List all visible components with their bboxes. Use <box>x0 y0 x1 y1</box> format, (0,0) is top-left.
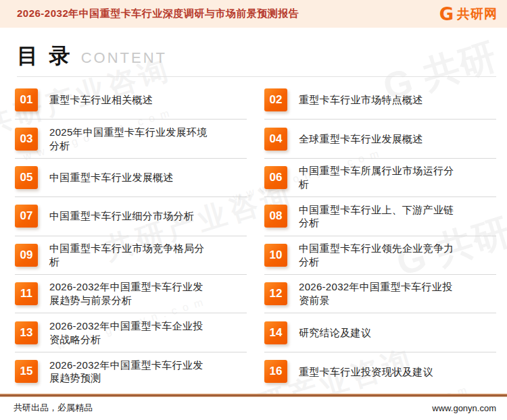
toc-item-number-badge: 01 <box>15 88 38 111</box>
brand-g-icon: G <box>439 5 454 23</box>
toc-item-number-badge: 16 <box>264 360 287 383</box>
toc-item-02: 02 重型卡车行业市场特点概述 <box>264 81 496 120</box>
toc-item-title: 2026-2032年中国重型卡车行业发 展趋势与前景分析 <box>49 280 203 307</box>
toc-item-title: 中国重型卡车行业上、下游产业链 分析 <box>299 203 454 230</box>
report-toc-page: 共研产业咨询 共研产业咨询 共研产业咨询 G 共研 G 共研 www.gonyn… <box>0 0 507 420</box>
toc-item-number-badge: 14 <box>264 321 287 344</box>
toc-title: 目 录 <box>17 42 73 70</box>
toc-item-title: 中国重型卡车行业细分市场分析 <box>49 209 194 223</box>
toc-item-title: 研究结论及建议 <box>299 326 371 340</box>
toc-item-16: 16 重型卡车行业投资现状及建议 <box>264 352 496 391</box>
toc-item-number-badge: 15 <box>15 360 38 383</box>
toc-grid: 01 重型卡车行业相关概述 02 重型卡车行业市场特点概述 03 2025年中国… <box>15 81 496 391</box>
brand-logo[interactable]: G 共研网 <box>439 5 498 23</box>
toc-item-number-badge: 11 <box>15 282 38 305</box>
toc-item-number-badge: 12 <box>264 282 287 305</box>
toc-item-title: 中国重型卡车所属行业市场运行分 析 <box>299 164 454 191</box>
toc-item-title: 2026-2032年中国重型卡车行业发 展趋势预测 <box>49 359 203 386</box>
toc-item-title: 重型卡车行业市场特点概述 <box>299 93 423 107</box>
toc-item-15: 15 2026-2032年中国重型卡车行业发 展趋势预测 <box>15 352 247 391</box>
toc-item-07: 07 中国重型卡车行业细分市场分析 <box>15 197 247 236</box>
toc-item-05: 05 中国重型卡车行业发展概述 <box>15 159 247 197</box>
toc-item-number-badge: 06 <box>264 166 287 189</box>
toc-item-title: 中国重型卡车行业市场竞争格局分 析 <box>49 242 205 269</box>
toc-item-number-badge: 13 <box>15 321 38 344</box>
toc-item-number-badge: 02 <box>264 88 287 111</box>
toc-item-title: 重型卡车行业相关概述 <box>49 93 153 107</box>
toc-item-06: 06 中国重型卡车所属行业市场运行分 析 <box>264 159 496 197</box>
toc-item-number-badge: 07 <box>15 205 38 228</box>
footer-slogan: 共研出品，必属精品 <box>14 402 93 414</box>
toc-item-11: 11 2026-2032年中国重型卡车行业发 展趋势与前景分析 <box>15 275 247 313</box>
toc-item-title: 中国重型卡车行业领先企业竞争力 分析 <box>299 242 454 269</box>
report-title: 2026-2032年中国重型卡车行业深度调研与市场前景预测报告 <box>17 7 299 20</box>
toc-item-number-badge: 05 <box>15 166 38 189</box>
toc-subtitle: CONTENT <box>81 49 167 67</box>
toc-item-title: 2026-2032年中国重型卡车企业投 资战略分析 <box>49 319 203 346</box>
page-footer: 共研出品，必属精品 www.gonyn.com <box>0 394 507 420</box>
toc-item-04: 04 全球重型卡车行业发展概述 <box>264 120 496 158</box>
toc-item-13: 13 2026-2032年中国重型卡车企业投 资战略分析 <box>15 313 247 352</box>
toc-item-08: 08 中国重型卡车行业上、下游产业链 分析 <box>264 197 496 236</box>
toc-item-number-badge: 03 <box>15 128 38 151</box>
toc-header: 目 录 CONTENT <box>17 42 490 70</box>
toc-item-14: 14 研究结论及建议 <box>264 313 496 352</box>
toc-item-09: 09 中国重型卡车行业市场竞争格局分 析 <box>15 236 247 275</box>
toc-item-number-badge: 10 <box>264 244 287 267</box>
toc-item-title: 重型卡车行业投资现状及建议 <box>299 365 433 379</box>
toc-item-title: 2026-2032年中国重型卡车行业投 资前景 <box>299 280 452 307</box>
footer-website-link[interactable]: www.gonyn.com <box>432 403 496 413</box>
heading-divider <box>17 76 496 77</box>
toc-item-title: 全球重型卡车行业发展概述 <box>299 132 423 146</box>
toc-item-01: 01 重型卡车行业相关概述 <box>15 81 247 120</box>
toc-item-number-badge: 04 <box>264 128 287 151</box>
toc-item-12: 12 2026-2032年中国重型卡车行业投 资前景 <box>264 275 496 313</box>
brand-logo-text: 共研网 <box>457 5 498 23</box>
toc-item-number-badge: 08 <box>264 205 287 228</box>
page-header: 2026-2032年中国重型卡车行业深度调研与市场前景预测报告 G 共研网 <box>0 0 507 28</box>
toc-item-title: 中国重型卡车行业发展概述 <box>49 171 174 184</box>
toc-item-number-badge: 09 <box>15 244 38 267</box>
toc-item-title: 2025年中国重型卡车行业发展环境 分析 <box>49 126 207 153</box>
toc-item-10: 10 中国重型卡车行业领先企业竞争力 分析 <box>264 236 496 275</box>
toc-item-03: 03 2025年中国重型卡车行业发展环境 分析 <box>15 120 247 158</box>
